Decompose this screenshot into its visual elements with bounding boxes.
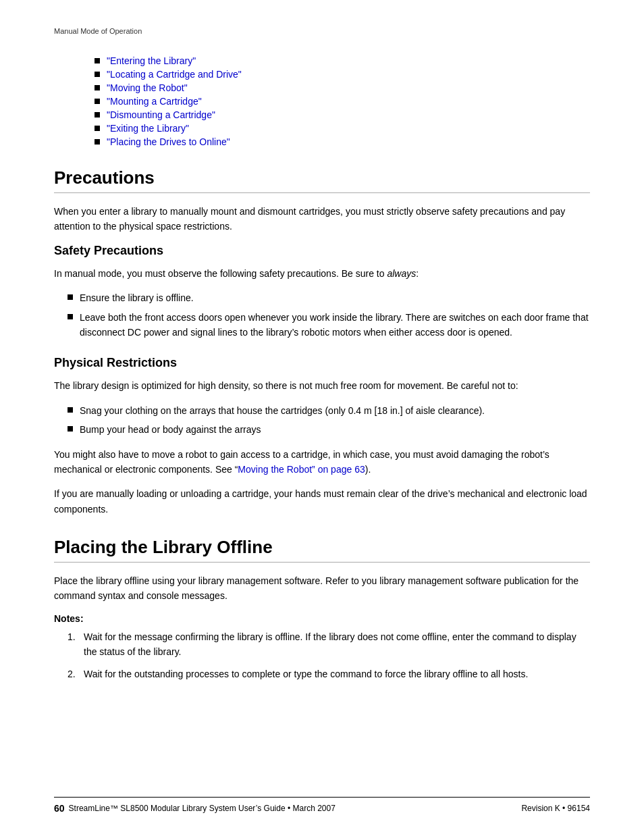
precautions-section: Precautions When you enter a library to … — [54, 167, 590, 517]
placing-offline-title: Placing the Library Offline — [54, 537, 590, 563]
bullet-icon — [95, 139, 100, 145]
note-item-1: Wait for the message confirming the libr… — [84, 629, 590, 660]
list-item: "Locating a Cartridge and Drive" — [95, 69, 590, 80]
toc-link-2[interactable]: "Locating a Cartridge and Drive" — [107, 69, 242, 80]
bullet-icon — [95, 126, 100, 131]
bullet-icon — [68, 314, 73, 319]
page-footer: 60 StreamLine™ SL8500 Modular Library Sy… — [54, 797, 590, 814]
note-number-2: 2. — [68, 667, 84, 681]
physical-para1: You might also have to move a robot to g… — [54, 447, 590, 477]
bullet-icon — [95, 99, 100, 104]
notes-label: Notes: — [54, 613, 590, 624]
toc-link-1[interactable]: "Entering the Library" — [107, 55, 196, 66]
toc-link-4[interactable]: "Mounting a Cartridge" — [107, 96, 202, 107]
safety-precautions-title: Safety Precautions — [54, 244, 590, 258]
list-item: "Exiting the Library" — [95, 123, 590, 134]
safety-precautions-section: Safety Precautions In manual mode, you m… — [54, 244, 590, 340]
bullet-icon — [95, 58, 100, 63]
toc-link-7[interactable]: "Placing the Drives to Online" — [107, 136, 230, 147]
bullet-icon — [95, 112, 100, 118]
note-item-2: Wait for the outstanding processes to co… — [84, 667, 528, 681]
bullet-icon — [68, 407, 73, 413]
physical-intro: The library design is optimized for high… — [54, 378, 590, 393]
physical-restrictions-title: Physical Restrictions — [54, 356, 590, 370]
page-number: 60 — [54, 803, 65, 814]
bullet-icon — [95, 72, 100, 77]
physical-item-2: Bump your head or body against the array… — [80, 422, 261, 437]
precautions-intro: When you enter a library to manually mou… — [54, 204, 590, 234]
list-item: Ensure the library is offline. — [68, 290, 590, 305]
toc-link-3[interactable]: "Moving the Robot" — [107, 82, 188, 93]
breadcrumb: Manual Mode of Operation — [54, 27, 590, 35]
notes-list: 1. Wait for the message confirming the l… — [68, 629, 590, 681]
placing-offline-intro: Place the library offline using your lib… — [54, 573, 590, 604]
toc-link-6[interactable]: "Exiting the Library" — [107, 123, 189, 134]
note-number-1: 1. — [68, 629, 84, 644]
safety-item-2: Leave both the front access doors open w… — [80, 310, 590, 340]
precautions-title: Precautions — [54, 167, 590, 193]
safety-intro: In manual mode, you must observe the fol… — [54, 266, 590, 281]
list-item: "Dismounting a Cartridge" — [95, 109, 590, 120]
footer-revision: Revision K • 96154 — [521, 804, 590, 813]
bullet-icon — [95, 85, 100, 90]
moving-robot-link[interactable]: Moving the Robot” on page 63 — [238, 464, 365, 475]
list-item: "Mounting a Cartridge" — [95, 96, 590, 107]
bullet-icon — [68, 426, 73, 432]
safety-item-1: Ensure the library is offline. — [80, 290, 194, 305]
list-item: 1. Wait for the message confirming the l… — [68, 629, 590, 660]
list-item: "Moving the Robot" — [95, 82, 590, 93]
toc-link-5[interactable]: "Dismounting a Cartridge" — [107, 109, 215, 120]
list-item: Leave both the front access doors open w… — [68, 310, 590, 340]
physical-para2: If you are manually loading or unloading… — [54, 486, 590, 517]
bullet-icon — [68, 294, 73, 300]
physical-list: Snag your clothing on the arrays that ho… — [68, 403, 590, 438]
safety-list: Ensure the library is offline. Leave bot… — [68, 290, 590, 340]
toc-list: "Entering the Library" "Locating a Cartr… — [95, 55, 590, 147]
physical-item-1: Snag your clothing on the arrays that ho… — [80, 403, 485, 418]
list-item: "Placing the Drives to Online" — [95, 136, 590, 147]
list-item: 2. Wait for the outstanding processes to… — [68, 667, 590, 681]
footer-left: 60 StreamLine™ SL8500 Modular Library Sy… — [54, 803, 336, 814]
list-item: Bump your head or body against the array… — [68, 422, 590, 437]
placing-offline-section: Placing the Library Offline Place the li… — [54, 537, 590, 681]
footer-title: StreamLine™ SL8500 Modular Library Syste… — [69, 804, 336, 813]
list-item: "Entering the Library" — [95, 55, 590, 66]
list-item: Snag your clothing on the arrays that ho… — [68, 403, 590, 418]
page-container: Manual Mode of Operation "Entering the L… — [0, 0, 644, 834]
physical-restrictions-section: Physical Restrictions The library design… — [54, 356, 590, 517]
